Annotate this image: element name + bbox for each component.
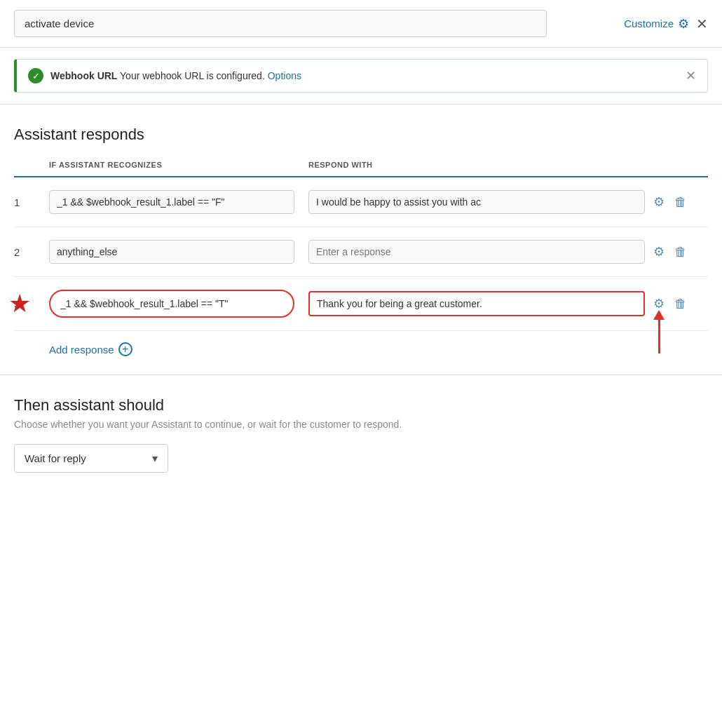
row-3-condition-input[interactable] [53, 292, 290, 315]
row-3-response-input[interactable] [310, 292, 643, 315]
row-2-condition-input[interactable] [49, 240, 294, 264]
customize-gear-icon: ⚙ [678, 16, 689, 32]
row-num-1: 1 [14, 196, 49, 208]
webhook-close-button[interactable]: ✕ [686, 68, 696, 83]
star-annotation: ★ [8, 289, 31, 318]
customize-label: Customize [624, 18, 674, 29]
webhook-description: Your webhook URL is configured. [120, 70, 268, 81]
section-divider [0, 104, 722, 105]
row-1-actions: ⚙ 🗑 [652, 193, 708, 211]
row-2-settings-button[interactable]: ⚙ [652, 243, 666, 261]
add-response-label: Add response [49, 344, 114, 356]
add-plus-icon: + [118, 342, 132, 356]
table-row: ★ 3 ⚙ 🗑 [14, 277, 708, 331]
row-3-condition-outline [49, 290, 294, 318]
arrow-head [653, 310, 665, 320]
customize-button[interactable]: Customize ⚙ [624, 16, 689, 32]
row-2-delete-button[interactable]: 🗑 [673, 243, 688, 261]
table-row: 2 ⚙ 🗑 [14, 227, 708, 277]
row-2-actions: ⚙ 🗑 [652, 243, 708, 261]
wait-for-reply-dropdown[interactable]: Wait for reply ▾ [14, 444, 168, 473]
row-3-delete-button[interactable]: 🗑 [673, 295, 688, 313]
webhook-banner: ✓ Webhook URL Your webhook URL is config… [14, 59, 708, 93]
then-section: Then assistant should Choose whether you… [0, 375, 722, 487]
add-response-button[interactable]: Add response + [49, 331, 132, 368]
row-1-condition [49, 190, 308, 214]
section-title: Assistant responds [14, 126, 708, 144]
header-close-button[interactable]: ✕ [696, 17, 708, 31]
then-subtitle: Choose whether you want your Assistant t… [14, 419, 708, 430]
table-header: IF ASSISTANT RECOGNIZES RESPOND WITH [14, 158, 708, 177]
arrow-annotation [653, 310, 665, 353]
row-2-response-input[interactable] [308, 240, 645, 264]
header: Customize ⚙ ✕ [0, 0, 722, 48]
arrow-shaft [658, 320, 660, 353]
row-1-response [308, 190, 652, 214]
row-1-condition-input[interactable] [49, 190, 294, 214]
webhook-check-icon: ✓ [28, 68, 43, 83]
row-3-actions: ⚙ 🗑 [652, 295, 708, 313]
col-actions-header [652, 158, 708, 170]
row-3-response-outline [308, 291, 645, 316]
row-1-settings-button[interactable]: ⚙ [652, 193, 666, 211]
row-2-response [308, 240, 652, 264]
col-condition-header: IF ASSISTANT RECOGNIZES [49, 158, 308, 170]
dropdown-arrow-icon: ▾ [152, 452, 158, 465]
search-input[interactable] [14, 10, 547, 37]
webhook-options-link[interactable]: Options [268, 70, 301, 81]
col-response-header: RESPOND WITH [308, 158, 652, 170]
then-title: Then assistant should [14, 396, 708, 414]
wait-for-reply-label: Wait for reply [25, 452, 86, 464]
assistant-responds-section: Assistant responds IF ASSISTANT RECOGNIZ… [0, 112, 722, 368]
row-num-2: 2 [14, 246, 49, 258]
webhook-text: Webhook URL Your webhook URL is configur… [50, 70, 679, 81]
col-num-header [14, 158, 49, 170]
webhook-title: Webhook URL [50, 70, 117, 81]
row-3-condition [49, 290, 308, 318]
row-3-response [308, 291, 652, 316]
table-row: 1 ⚙ 🗑 [14, 177, 708, 227]
response-table: IF ASSISTANT RECOGNIZES RESPOND WITH 1 ⚙… [14, 158, 708, 331]
row-1-delete-button[interactable]: 🗑 [673, 194, 688, 211]
row-1-response-input[interactable] [308, 190, 645, 214]
header-actions: Customize ⚙ ✕ [624, 16, 708, 32]
row-2-condition [49, 240, 308, 264]
